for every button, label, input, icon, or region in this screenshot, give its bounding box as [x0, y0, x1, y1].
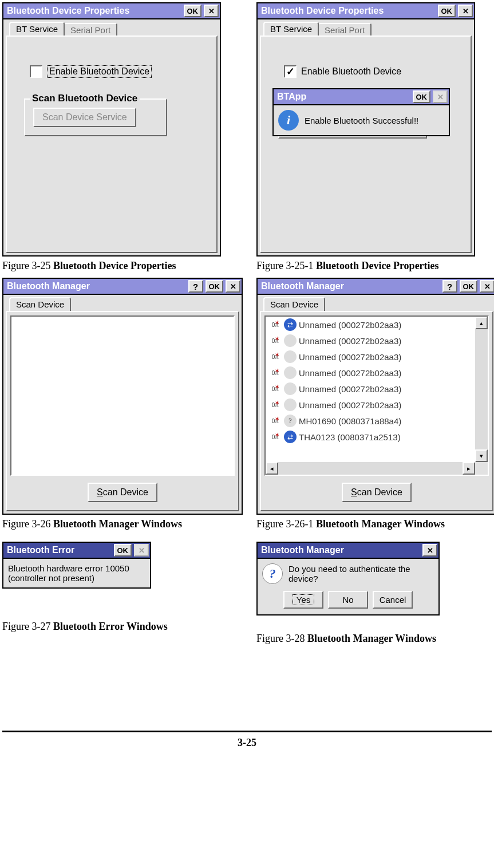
net-icon: ⇄	[284, 431, 297, 443]
enable-bluetooth-checkbox[interactable]: ✓	[284, 65, 297, 78]
ok-button[interactable]: OK	[438, 5, 456, 17]
status-icon: 0π	[268, 334, 283, 347]
ok-button[interactable]: OK	[460, 280, 478, 293]
list-item[interactable]: 0πUnnamed (000272b02aa3)	[266, 397, 475, 413]
dialog-message: Enable Bluetooth Successful!!	[305, 116, 418, 125]
close-icon	[134, 544, 149, 557]
status-icon: 0π	[268, 366, 283, 379]
print-icon	[284, 382, 297, 395]
window-title: Bluetooth Device Properties	[3, 6, 183, 16]
window-title: Bluetooth Manager	[258, 281, 441, 291]
window-title: Bluetooth Manager	[258, 545, 421, 555]
figure-caption: Figure 3-28 Bluetooth Manager Windows	[256, 633, 492, 645]
close-icon[interactable]	[458, 5, 473, 17]
scan-device-button[interactable]: Scan Device	[342, 483, 412, 502]
device-label: Unnamed (000272b02aa3)	[299, 384, 401, 394]
titlebar: BTApp OK	[274, 89, 449, 105]
window-title: Bluetooth Device Properties	[258, 6, 437, 16]
device-label: Unnamed (000272b02aa3)	[299, 336, 401, 346]
horizontal-scrollbar[interactable]: ◂ ▸	[266, 462, 475, 475]
device-label: Unnamed (000272b02aa3)	[299, 320, 401, 330]
scroll-right-icon[interactable]: ▸	[463, 462, 475, 475]
status-icon: 0π	[268, 431, 283, 443]
info-icon: i	[278, 110, 299, 131]
enable-bluetooth-checkbox[interactable]	[30, 65, 42, 78]
close-icon[interactable]	[204, 5, 219, 17]
unk-icon: ?	[284, 415, 297, 427]
device-label: THA0123 (0080371a2513)	[299, 432, 401, 442]
list-item[interactable]: 0π?MH01690 (0080371a88a4)	[266, 413, 475, 429]
device-list[interactable]: 0π⇄Unnamed (000272b02aa3)0πUnnamed (0002…	[264, 315, 489, 476]
tab-bt-service[interactable]: BT Service	[9, 22, 65, 35]
figure-caption: Figure 3-25-1 Bluetooth Device Propertie…	[256, 260, 492, 272]
status-icon: 0π	[268, 399, 283, 411]
ok-button[interactable]: OK	[184, 5, 202, 17]
tab-scan-device[interactable]: Scan Device	[263, 297, 325, 311]
bt-manager-window-empty: Bluetooth Manager OK Scan Device Scan De…	[2, 278, 243, 515]
window-title: BTApp	[274, 92, 412, 102]
close-icon	[433, 90, 448, 103]
list-item[interactable]: 0πUnnamed (000272b02aa3)	[266, 349, 475, 365]
btapp-dialog: BTApp OK i Enable Bluetooth Successful!!	[272, 88, 450, 136]
close-icon[interactable]	[422, 544, 437, 557]
scroll-corner	[475, 462, 488, 475]
tab-serial-port[interactable]: Serial Port	[64, 23, 117, 35]
figure-caption: Figure 3-27 Bluetooth Error Windows	[2, 621, 256, 633]
card-icon	[284, 350, 297, 363]
vertical-scrollbar[interactable]: ▴ ▾	[475, 317, 488, 462]
list-item[interactable]: 0π⇄Unnamed (000272b02aa3)	[266, 317, 475, 333]
scan-device-button[interactable]: Scan Device	[88, 483, 157, 502]
status-icon: 0π	[268, 350, 283, 363]
window-title: Bluetooth Error	[3, 545, 113, 555]
scan-group-title: Scan Bluetooth Device	[30, 93, 140, 104]
status-icon: 0π	[268, 318, 283, 331]
device-label: Unnamed (000272b02aa3)	[299, 400, 401, 410]
dialog-message: Bluetooth hardware error 10050 (controll…	[8, 563, 145, 583]
no-button[interactable]: No	[328, 591, 368, 609]
figure-caption: Figure 3-25 Bluetooth Device Properties	[2, 260, 256, 272]
close-icon[interactable]	[480, 280, 494, 293]
titlebar: Bluetooth Manager OK	[258, 279, 494, 295]
scroll-up-icon[interactable]: ▴	[475, 317, 488, 329]
bt-manager-window-list: Bluetooth Manager OK Scan Device 0π⇄Unna…	[256, 278, 494, 515]
device-label: Unnamed (000272b02aa3)	[299, 352, 401, 362]
close-icon[interactable]	[226, 280, 240, 293]
titlebar: Bluetooth Manager OK	[3, 279, 242, 295]
figure-caption: Figure 3-26 Bluetooth Manager Windows	[2, 518, 256, 530]
list-item[interactable]: 0πUnnamed (000272b02aa3)	[266, 333, 475, 349]
scroll-down-icon[interactable]: ▾	[475, 449, 488, 462]
ok-button[interactable]: OK	[205, 280, 224, 293]
list-item[interactable]: 0πUnnamed (000272b02aa3)	[266, 365, 475, 381]
help-icon[interactable]	[442, 280, 457, 293]
window-title: Bluetooth Manager	[3, 281, 187, 291]
card-icon	[284, 366, 297, 379]
ok-button[interactable]: OK	[114, 544, 132, 557]
titlebar: Bluetooth Device Properties OK	[3, 3, 220, 19]
enable-bluetooth-label: Enable Bluetooth Device	[301, 66, 401, 77]
status-icon: 0π	[268, 415, 283, 427]
scan-device-service-button[interactable]: Scan Device Service	[33, 108, 136, 127]
bt-properties-window: Bluetooth Device Properties OK BT Servic…	[2, 2, 221, 257]
titlebar: Bluetooth Manager	[258, 543, 438, 559]
device-label: MH01690 (0080371a88a4)	[299, 416, 401, 426]
question-icon: ?	[262, 563, 283, 584]
page-number: 3-25	[2, 731, 492, 749]
tab-bt-service[interactable]: BT Service	[263, 22, 319, 35]
scroll-left-icon[interactable]: ◂	[266, 462, 278, 475]
bt-auth-dialog: Bluetooth Manager ? Do you need to authe…	[256, 542, 440, 616]
tab-scan-device[interactable]: Scan Device	[9, 297, 71, 311]
cancel-button[interactable]: Cancel	[373, 591, 413, 609]
titlebar: Bluetooth Device Properties OK	[258, 3, 474, 19]
status-icon: 0π	[268, 382, 283, 395]
titlebar: Bluetooth Error OK	[3, 543, 150, 559]
device-list[interactable]	[10, 315, 235, 476]
help-icon[interactable]	[188, 280, 203, 293]
bt-properties-window-success: Bluetooth Device Properties OK BT Servic…	[256, 2, 475, 257]
tab-serial-port[interactable]: Serial Port	[318, 23, 372, 35]
key-icon	[284, 334, 297, 347]
yes-button[interactable]: Yes	[283, 591, 323, 609]
list-item[interactable]: 0πUnnamed (000272b02aa3)	[266, 381, 475, 397]
list-item[interactable]: 0π⇄THA0123 (0080371a2513)	[266, 429, 475, 445]
enable-bluetooth-label: Enable Bluetooth Device	[47, 65, 152, 78]
ok-button[interactable]: OK	[413, 90, 431, 103]
